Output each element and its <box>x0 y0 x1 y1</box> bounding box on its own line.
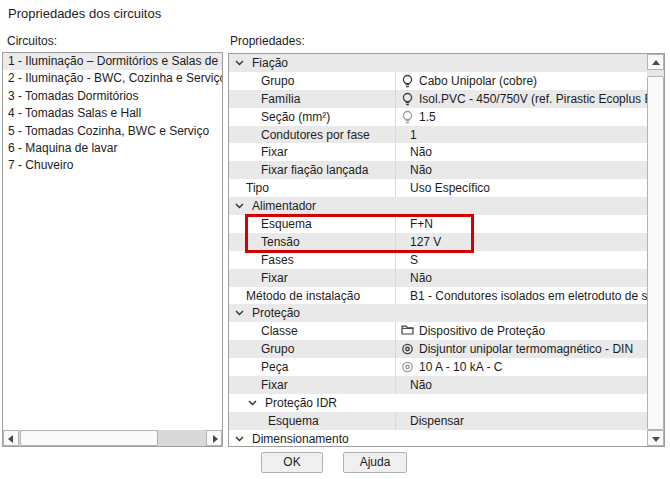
property-name: Grupo <box>261 342 294 356</box>
property-value: Isol.PVC - 450/750V (ref. Pirastic Ecopl… <box>419 92 647 106</box>
group-label: Proteção <box>252 306 300 320</box>
property-name: Condutores por fase <box>261 128 370 142</box>
scroll-up-button[interactable] <box>647 54 664 70</box>
circuit-list-item[interactable]: 5 - Tomadas Cozinha, BWC e Serviço <box>3 123 222 140</box>
help-button[interactable]: Ajuda <box>343 452 407 473</box>
property-name: Família <box>261 92 300 106</box>
property-row[interactable]: Grupo Disjuntor unipolar termomagnético … <box>229 340 647 358</box>
group-row-alimentador[interactable]: Alimentador <box>229 197 647 215</box>
property-value: Não <box>410 271 432 285</box>
property-value: 127 V <box>410 235 441 249</box>
circuits-label: Circuitos: <box>7 34 57 48</box>
property-row[interactable]: Classe Dispositivo de Proteção <box>229 322 647 340</box>
property-name: Método de instalação <box>246 289 360 303</box>
circuit-list-item[interactable]: 7 - Chuveiro <box>3 157 222 174</box>
property-name: Fases <box>261 253 294 267</box>
property-name: Tensão <box>261 235 300 249</box>
bulb-icon <box>401 74 414 88</box>
property-name: Fixar <box>261 271 288 285</box>
property-name: Grupo <box>261 74 294 88</box>
property-value: 1.5 <box>419 110 436 124</box>
property-row[interactable]: Método de instalação B1 - Condutores iso… <box>229 287 647 305</box>
property-row[interactable]: Família Isol.PVC - 450/750V (ref. Pirast… <box>229 90 647 108</box>
group-row-protecao[interactable]: Proteção <box>229 304 647 322</box>
up-arrow-icon <box>652 60 660 65</box>
group-row-fiacao[interactable]: Fiação <box>229 54 647 72</box>
ok-button[interactable]: OK <box>261 452 323 473</box>
horizontal-scroll-thumb[interactable] <box>20 430 158 446</box>
property-row[interactable]: Peça 10 A - 10 kA - C <box>229 358 647 376</box>
property-value: 1 <box>410 128 417 142</box>
chevron-down-icon[interactable] <box>235 310 244 316</box>
property-row[interactable]: Fixar Não <box>229 143 647 161</box>
property-name: Fixar <box>261 378 288 392</box>
folder-icon <box>401 324 414 338</box>
property-name: Fixar <box>261 145 288 159</box>
property-value: Não <box>410 163 432 177</box>
bulb-icon <box>401 92 414 106</box>
property-value: F+N <box>410 217 433 231</box>
scroll-right-button[interactable] <box>206 430 222 446</box>
group-label: Alimentador <box>252 199 316 213</box>
property-value: Cabo Unipolar (cobre) <box>419 74 537 88</box>
property-name: Classe <box>261 324 298 338</box>
property-value: Não <box>410 145 432 159</box>
property-row[interactable]: Esquema Dispensar <box>229 412 647 430</box>
chevron-down-icon[interactable] <box>235 60 244 66</box>
properties-grid: Fiação Grupo Cabo Unipolar (cobre) Famíl… <box>228 53 665 447</box>
target-icon <box>401 360 414 374</box>
property-name: Fixar fiação lançada <box>261 163 368 177</box>
chevron-down-icon[interactable] <box>235 203 244 209</box>
vertical-scroll-thumb[interactable] <box>647 76 664 430</box>
target-icon <box>401 342 414 356</box>
property-value: Dispositivo de Proteção <box>419 324 545 338</box>
property-value: Dispensar <box>410 414 464 428</box>
property-row[interactable]: Tipo Uso Específico <box>229 179 647 197</box>
property-row[interactable]: Seção (mm²) 1.5 <box>229 108 647 126</box>
properties-label: Propriedades: <box>230 34 305 48</box>
group-label: Dimensionamento <box>252 432 349 446</box>
property-row[interactable]: Grupo Cabo Unipolar (cobre) <box>229 72 647 90</box>
horizontal-scrollbar[interactable] <box>3 430 222 446</box>
circuit-list-item[interactable]: 4 - Tomadas Salas e Hall <box>3 105 222 122</box>
scroll-down-button[interactable] <box>647 430 664 446</box>
property-row[interactable]: Fixar fiação lançada Não <box>229 161 647 179</box>
property-value: Disjuntor unipolar termomagnético - DIN <box>419 342 633 356</box>
vertical-scrollbar[interactable] <box>647 54 664 446</box>
right-arrow-icon <box>213 435 218 443</box>
property-row-tensao[interactable]: Tensão 127 V <box>229 233 647 251</box>
property-value: B1 - Condutores isolados em eletroduto d… <box>410 289 647 303</box>
property-value: S <box>410 253 418 267</box>
property-row[interactable]: Fixar Não <box>229 376 647 394</box>
circuits-listbox: 1 - Iluminação – Dormitórios e Salas de … <box>2 52 223 447</box>
properties-dialog: Propriedades dos circuitos Circuitos: Pr… <box>0 0 670 479</box>
properties-rows: Fiação Grupo Cabo Unipolar (cobre) Famíl… <box>229 54 647 446</box>
property-name: Esquema <box>268 414 319 428</box>
group-row-dimensionamento[interactable]: Dimensionamento <box>229 430 647 446</box>
property-row[interactable]: Fases S <box>229 251 647 269</box>
chevron-down-icon[interactable] <box>248 400 257 406</box>
group-label: Proteção IDR <box>265 396 337 410</box>
group-label: Fiação <box>252 56 288 70</box>
property-name: Tipo <box>246 181 269 195</box>
property-value: Uso Específico <box>410 181 490 195</box>
property-name: Seção (mm²) <box>261 110 330 124</box>
circuit-list-item[interactable]: 1 - Iluminação – Dormitórios e Salas de … <box>3 53 222 70</box>
circuit-list-item[interactable]: 6 - Maquina de lavar <box>3 140 222 157</box>
scroll-left-button[interactable] <box>3 430 19 446</box>
property-value: Não <box>410 378 432 392</box>
circuit-list-item[interactable]: 3 - Tomadas Dormitórios <box>3 88 222 105</box>
property-value: 10 A - 10 kA - C <box>419 360 502 374</box>
circuit-list-item[interactable]: 2 - Iluminação - BWC, Cozinha e Serviço <box>3 70 222 87</box>
bulb-icon <box>401 110 414 124</box>
dialog-title: Propriedades dos circuitos <box>8 6 161 21</box>
property-name: Peça <box>261 360 288 374</box>
property-name: Esquema <box>261 217 312 231</box>
subgroup-row-protecao-idr[interactable]: Proteção IDR <box>229 394 647 412</box>
property-row-esquema[interactable]: Esquema F+N <box>229 215 647 233</box>
property-row[interactable]: Condutores por fase 1 <box>229 126 647 144</box>
property-row[interactable]: Fixar Não <box>229 269 647 287</box>
left-arrow-icon <box>8 435 13 443</box>
chevron-down-icon[interactable] <box>235 436 244 442</box>
down-arrow-icon <box>652 437 660 442</box>
